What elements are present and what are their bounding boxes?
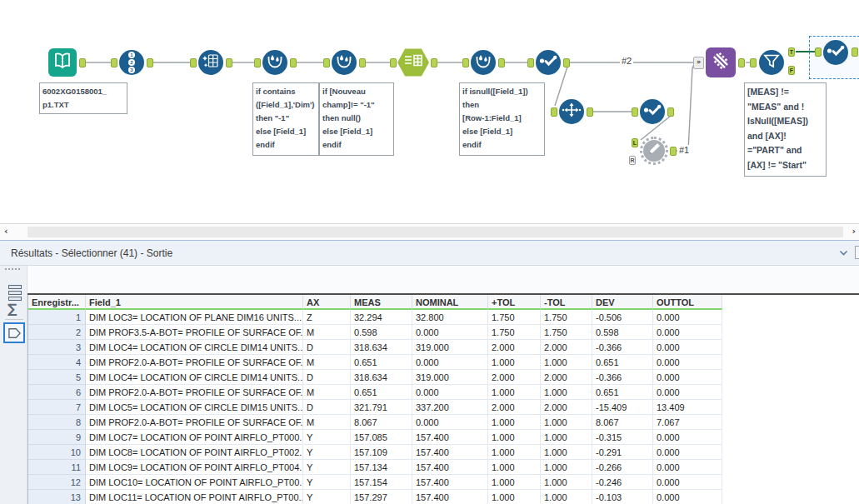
scrollbar-thumb[interactable] [27, 227, 843, 237]
table-row[interactable]: 13DIM LOC11= LOCATION OF POINT AIRFLO_PT… [28, 490, 722, 504]
input-anchor[interactable] [551, 107, 557, 117]
grid-view-icon[interactable] [8, 285, 22, 302]
select-check-icon [826, 42, 846, 62]
filter-true-anchor[interactable]: T [788, 47, 795, 57]
column-header-enregistr[interactable]: Enregistr... [28, 295, 86, 310]
union-tool[interactable] [706, 47, 736, 77]
select-tool-3-selected[interactable] [823, 40, 848, 65]
alteryx-designer-window: { "canvas": { "annotations": { "input_fi… [0, 0, 859, 504]
annotation-input-file[interactable]: 6002XG0158001_ p1.TXT [39, 82, 127, 114]
macro-input-anchor-L[interactable]: L [632, 138, 638, 147]
scroll-right-icon[interactable]: › [852, 226, 856, 237]
column-header-dev[interactable]: DEV [592, 295, 653, 310]
table-row[interactable]: 6DIM PROF2.0-A-BOT= PROFILE OF SURFACE O… [28, 385, 722, 400]
select-tool-2[interactable] [640, 99, 665, 124]
annotation-filter-expression[interactable]: [MEAS] != "MEAS" and ! IsNull([MEAS]) an… [744, 82, 827, 177]
macro-input-anchor-R[interactable]: R [629, 156, 636, 165]
scroll-left-icon[interactable]: ‹ [4, 226, 8, 237]
input-anchor[interactable] [750, 58, 757, 67]
data-cleansing-tool[interactable] [198, 50, 223, 75]
output-anchor[interactable] [587, 107, 593, 117]
collapse-chevron-icon[interactable] [838, 247, 849, 262]
table-cell: -0.366 [592, 370, 653, 385]
table-row[interactable]: 3DIM LOC4= LOCATION OF CIRCLE DIM14 UNIT… [28, 340, 722, 355]
table-cell: 1.000 [488, 475, 541, 490]
input-anchor[interactable] [632, 107, 638, 117]
column-header-meas[interactable]: MEAS [351, 295, 412, 310]
output-anchor[interactable] [147, 58, 153, 67]
table-cell: 157.134 [351, 460, 412, 475]
row-number-cell: 6 [28, 385, 86, 400]
input-anchor[interactable] [527, 58, 534, 67]
row-number-cell: 2 [28, 325, 86, 340]
output-anchor[interactable] [359, 58, 366, 67]
filter-false-anchor[interactable]: F [788, 66, 795, 75]
input-anchor[interactable] [815, 47, 822, 57]
output-anchor[interactable] [498, 58, 505, 67]
drag-grip-icon[interactable] [5, 268, 23, 272]
select-tool-1[interactable] [536, 50, 561, 75]
output-anchor[interactable] [431, 58, 437, 67]
sigma-view-icon[interactable]: ∑ [7, 301, 17, 317]
input-anchor[interactable] [462, 58, 469, 67]
input-anchor[interactable] [190, 58, 197, 67]
table-row[interactable]: 12DIM LOC10= LOCATION OF POINT AIRFLO_PT… [28, 475, 722, 490]
table-cell: 1.750 [488, 310, 541, 325]
column-header-ax[interactable]: AX [303, 295, 351, 310]
multi-row-formula-tool[interactable] [471, 50, 496, 75]
annotation-formula-nouveau[interactable]: if [Nouveau champ]!= "-1" then null() el… [319, 82, 394, 156]
output-anchor[interactable] [226, 58, 232, 67]
union-multi-input-anchor[interactable]: » [693, 57, 704, 69]
output-anchor[interactable] [79, 58, 86, 67]
row-number-cell: 3 [28, 340, 86, 355]
table-cell: M [303, 355, 351, 370]
panel-menu-icon[interactable] [855, 246, 859, 259]
table-row[interactable]: 7DIM LOC5= LOCATION OF CIRCLE DIM15 UNIT… [28, 400, 722, 415]
table-cell: 1.000 [541, 460, 592, 475]
macro-tool[interactable] [640, 137, 668, 165]
input-anchor[interactable] [111, 58, 117, 67]
input-anchor[interactable] [390, 58, 397, 67]
table-row[interactable]: 11DIM LOC9= LOCATION OF POINT AIRFLO_PT0… [28, 460, 722, 475]
output-anchor[interactable] [290, 58, 297, 67]
table-row[interactable]: 1DIM LOC3= LOCATION OF PLANE DIM16 UNITS… [28, 310, 722, 325]
output-anchor[interactable] [670, 147, 677, 156]
input-data-tool[interactable] [48, 48, 77, 77]
annotation-formula-contains[interactable]: if contains ([Field_1],'Dim') then "-1" … [252, 82, 319, 156]
input-anchor[interactable] [254, 58, 261, 67]
column-header-tol[interactable]: -TOL [541, 295, 592, 310]
input-anchor[interactable] [323, 58, 330, 67]
arrange-tool[interactable] [559, 99, 584, 124]
table-cell: 157.400 [412, 460, 488, 475]
output-anchor[interactable] [852, 47, 858, 57]
filter-tool[interactable] [759, 50, 784, 75]
column-header-outtol[interactable]: OUTTOL [653, 295, 722, 310]
table-cell: -0.246 [592, 475, 653, 490]
cell-viewer-icon[interactable] [3, 322, 25, 343]
table-cell: 0.651 [592, 355, 653, 370]
table-row[interactable]: 10DIM LOC8= LOCATION OF POINT AIRFLO_PT0… [28, 445, 722, 460]
table-cell: 1.750 [488, 325, 541, 340]
table-cell: 157.085 [351, 430, 412, 445]
table-cell: 157.109 [351, 445, 412, 460]
column-header-nominal[interactable]: NOMINAL [412, 295, 488, 310]
output-anchor[interactable] [738, 58, 745, 67]
horizontal-scrollbar[interactable]: ‹ › [0, 223, 859, 242]
annotation-multirow-formula[interactable]: if isnull([Field_1]) then [Row-1:Field_1… [459, 82, 545, 156]
table-row[interactable]: 9DIM LOC7= LOCATION OF POINT AIRFLO_PT00… [28, 430, 722, 445]
table-row[interactable]: 4DIM PROF2.0-A-BOT= PROFILE OF SURFACE O… [28, 355, 722, 370]
table-row[interactable]: 2DIM PROF3.5-A-BOT= PROFILE OF SURFACE O… [28, 325, 722, 340]
formula-tool-2[interactable] [332, 50, 357, 75]
output-anchor[interactable] [667, 107, 674, 117]
formula-tool-1[interactable] [262, 50, 287, 75]
workflow-canvas[interactable]: #2 #1 1 2 3 [0, 0, 859, 223]
table-cell: 0.000 [653, 460, 722, 475]
record-id-tool[interactable]: 1 2 3 [119, 50, 144, 75]
table-row[interactable]: 5DIM LOC4= LOCATION OF CIRCLE DIM14 UNIT… [28, 370, 722, 385]
table-cell: 0.000 [653, 490, 722, 504]
table-cell: 2.000 [541, 340, 592, 355]
column-header-tol[interactable]: +TOL [488, 295, 541, 310]
column-header-field1[interactable]: Field_1 [86, 295, 303, 310]
table-row[interactable]: 8DIM PROF2.0-A-BOT= PROFILE OF SURFACE O… [28, 415, 722, 430]
output-anchor[interactable] [563, 58, 570, 67]
